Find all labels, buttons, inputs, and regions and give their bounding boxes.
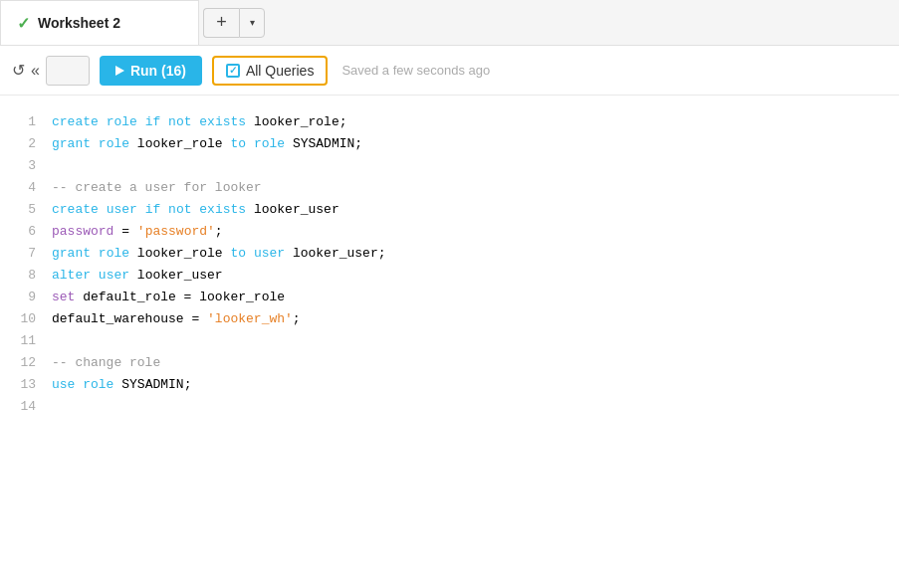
tab-title: Worksheet 2 bbox=[38, 15, 120, 31]
line-number: 10 bbox=[0, 308, 36, 330]
sidebar-toggle-button[interactable] bbox=[46, 56, 90, 86]
reload-icon[interactable]: ↺ bbox=[12, 61, 25, 80]
code-line: use role SYSADMIN; bbox=[52, 374, 899, 396]
add-tab-button[interactable]: + bbox=[203, 8, 239, 38]
code-line: set default_role = looker_role bbox=[52, 287, 899, 308]
line-number: 8 bbox=[0, 265, 36, 287]
code-line: -- create a user for looker bbox=[52, 177, 899, 199]
line-number: 4 bbox=[0, 177, 36, 199]
line-number: 14 bbox=[0, 396, 36, 418]
line-number: 12 bbox=[0, 352, 36, 374]
code-line: default_warehouse = 'looker_wh'; bbox=[52, 308, 899, 330]
toolbar-left: ↺ « bbox=[12, 56, 90, 86]
code-line bbox=[52, 155, 899, 177]
line-numbers: 1234567891011121314 bbox=[0, 96, 48, 588]
saved-status: Saved a few seconds ago bbox=[341, 63, 490, 78]
toolbar: ↺ « Run (16) All Queries Saved a few sec… bbox=[0, 46, 899, 96]
line-number: 2 bbox=[0, 133, 36, 155]
chevron-left-icon[interactable]: « bbox=[31, 62, 40, 80]
active-tab[interactable]: ✓ Worksheet 2 bbox=[0, 0, 199, 45]
line-number: 9 bbox=[0, 287, 36, 308]
line-number: 7 bbox=[0, 243, 36, 265]
tab-bar: ✓ Worksheet 2 + ▾ bbox=[0, 0, 899, 46]
tab-dropdown-button[interactable]: ▾ bbox=[239, 8, 265, 38]
code-line bbox=[52, 330, 899, 352]
play-icon bbox=[115, 66, 124, 76]
code-line: alter user looker_user bbox=[52, 265, 899, 287]
all-queries-button[interactable]: All Queries bbox=[212, 56, 328, 86]
all-queries-checkbox-icon bbox=[226, 64, 240, 78]
code-line: create user if not exists looker_user bbox=[52, 199, 899, 221]
line-number: 3 bbox=[0, 155, 36, 177]
line-number: 1 bbox=[0, 111, 36, 133]
code-line: grant role looker_role to role SYSADMIN; bbox=[52, 133, 899, 155]
run-button[interactable]: Run (16) bbox=[100, 56, 202, 86]
tab-add-area: + ▾ bbox=[203, 0, 265, 45]
code-line bbox=[52, 396, 899, 418]
code-editor[interactable]: create role if not exists looker_role;gr… bbox=[48, 96, 899, 588]
editor-area: 1234567891011121314 create role if not e… bbox=[0, 96, 899, 588]
code-line: grant role looker_role to user looker_us… bbox=[52, 243, 899, 265]
line-number: 6 bbox=[0, 221, 36, 243]
tab-check-icon: ✓ bbox=[17, 14, 30, 33]
code-line: -- change role bbox=[52, 352, 899, 374]
line-number: 13 bbox=[0, 374, 36, 396]
code-line: password = 'password'; bbox=[52, 221, 899, 243]
line-number: 5 bbox=[0, 199, 36, 221]
code-line: create role if not exists looker_role; bbox=[52, 111, 899, 133]
run-button-label: Run (16) bbox=[130, 63, 186, 79]
line-number: 11 bbox=[0, 330, 36, 352]
all-queries-label: All Queries bbox=[246, 63, 314, 79]
